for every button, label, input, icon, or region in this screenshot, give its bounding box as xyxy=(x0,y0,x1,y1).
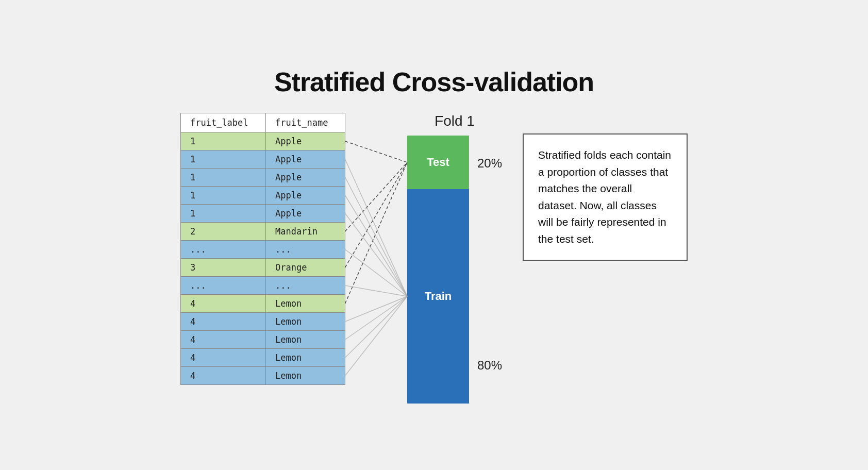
col-header-name: fruit_name xyxy=(266,113,345,132)
svg-line-8 xyxy=(345,249,407,296)
bar-with-labels: Test Train 20% 80% xyxy=(407,136,502,404)
table-row: 1Apple xyxy=(180,205,345,223)
svg-line-10 xyxy=(345,296,407,322)
cell-name: Mandarin xyxy=(266,223,345,241)
cell-label: 4 xyxy=(180,313,265,331)
cell-name: Lemon xyxy=(266,367,345,385)
cell-label: 4 xyxy=(180,367,265,385)
cell-name: Apple xyxy=(266,132,345,150)
info-box-text: Stratified folds each contain a proporti… xyxy=(538,149,671,245)
table-row: 1Apple xyxy=(180,187,345,205)
table-row: ...... xyxy=(180,241,345,259)
table-row: 4Lemon xyxy=(180,295,345,313)
bar-section: Fold 1 Test Train 20% 80% xyxy=(407,113,502,404)
svg-line-3 xyxy=(345,162,407,304)
table-row: 2Mandarin xyxy=(180,223,345,241)
svg-line-5 xyxy=(345,177,407,296)
main-content: fruit_label fruit_name 1Apple1Apple1Appl… xyxy=(58,113,810,404)
svg-line-2 xyxy=(345,162,407,267)
table-row: 4Lemon xyxy=(180,349,345,367)
cell-label: ... xyxy=(180,277,265,295)
cell-name: Apple xyxy=(266,205,345,223)
diagram-area: fruit_label fruit_name 1Apple1Apple1Appl… xyxy=(180,113,502,404)
cell-name: Apple xyxy=(266,187,345,205)
cell-label: 1 xyxy=(180,132,265,150)
svg-line-9 xyxy=(345,286,407,296)
bar-column: Test Train xyxy=(407,136,469,404)
cell-label: ... xyxy=(180,241,265,259)
cell-name: Orange xyxy=(266,259,345,277)
bar-test: Test xyxy=(407,136,469,189)
test-pct: 20% xyxy=(477,136,502,171)
table-row: 1Apple xyxy=(180,169,345,187)
col-header-label: fruit_label xyxy=(180,113,265,132)
cell-name: Lemon xyxy=(266,295,345,313)
svg-line-6 xyxy=(345,195,407,296)
table-row: 4Lemon xyxy=(180,331,345,349)
cell-name: Lemon xyxy=(266,349,345,367)
page-title: Stratified Cross-validation xyxy=(274,66,594,97)
page-container: Stratified Cross-validation fruit_label … xyxy=(47,56,821,414)
info-box: Stratified folds each contain a proporti… xyxy=(523,133,688,261)
svg-line-12 xyxy=(345,296,407,358)
svg-line-0 xyxy=(345,141,407,162)
table-row: ...... xyxy=(180,277,345,295)
cell-label: 1 xyxy=(180,150,265,169)
cell-name: Lemon xyxy=(266,313,345,331)
cell-name: ... xyxy=(266,241,345,259)
fold-label: Fold 1 xyxy=(407,113,502,129)
svg-line-13 xyxy=(345,296,407,376)
cell-label: 1 xyxy=(180,187,265,205)
data-table-wrap: fruit_label fruit_name 1Apple1Apple1Appl… xyxy=(180,113,345,385)
cell-label: 4 xyxy=(180,331,265,349)
table-header-row: fruit_label fruit_name xyxy=(180,113,345,132)
table-row: 4Lemon xyxy=(180,313,345,331)
svg-line-11 xyxy=(345,296,407,340)
cell-label: 3 xyxy=(180,259,265,277)
cell-label: 1 xyxy=(180,169,265,187)
svg-line-7 xyxy=(345,213,407,296)
bar-train: Train xyxy=(407,189,469,404)
cell-label: 1 xyxy=(180,205,265,223)
cell-name: Apple xyxy=(266,150,345,169)
table-row: 3Orange xyxy=(180,259,345,277)
svg-line-4 xyxy=(345,159,407,296)
cell-name: Apple xyxy=(266,169,345,187)
cell-label: 4 xyxy=(180,349,265,367)
table-row: 1Apple xyxy=(180,150,345,169)
cell-name: ... xyxy=(266,277,345,295)
table-row: 1Apple xyxy=(180,132,345,150)
bar-percent-labels: 20% 80% xyxy=(469,136,502,404)
svg-line-1 xyxy=(345,162,407,231)
cell-label: 4 xyxy=(180,295,265,313)
train-pct: 80% xyxy=(477,358,502,404)
data-table: fruit_label fruit_name 1Apple1Apple1Appl… xyxy=(180,113,345,385)
cell-name: Lemon xyxy=(266,331,345,349)
table-row: 4Lemon xyxy=(180,367,345,385)
cell-label: 2 xyxy=(180,223,265,241)
